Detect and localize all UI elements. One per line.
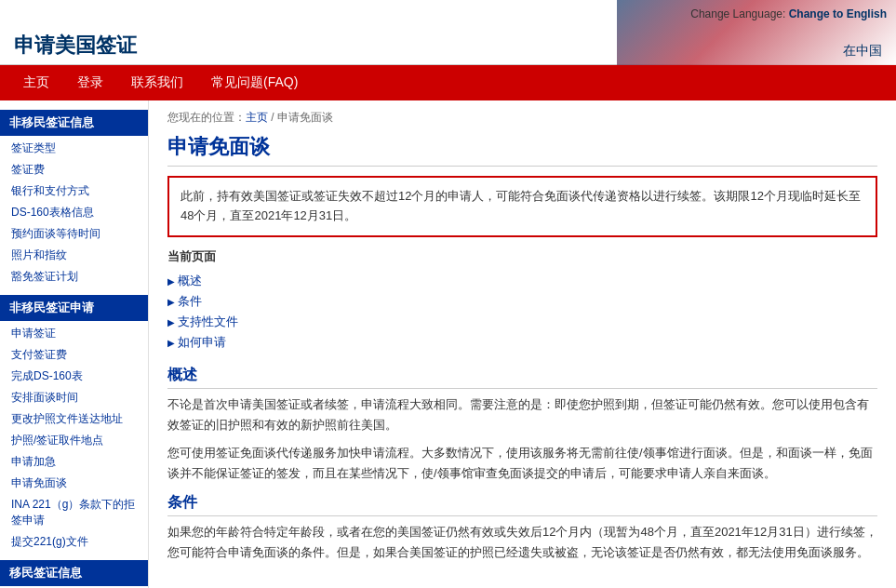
nav-login[interactable]: 登录 — [63, 65, 117, 100]
nav-faq[interactable]: 常见问题(FAQ) — [197, 65, 312, 100]
sidebar-link-pay-fee[interactable]: 支付签证费 — [0, 344, 148, 366]
sidebar-link-interview-waiver[interactable]: 申请免面谈 — [0, 473, 148, 494]
sidebar-link-submit-221g[interactable]: 提交221(g)文件 — [0, 531, 148, 553]
sidebar-link-wait-time[interactable]: 预约面谈等待时间 — [0, 223, 148, 245]
breadcrumb: 您现在的位置：主页 / 申请免面谈 — [167, 110, 877, 126]
nav-home[interactable]: 主页 — [9, 65, 63, 100]
nav-bar: 主页 登录 联系我们 常见问题(FAQ) — [0, 65, 896, 100]
sidebar-link-apply-visa[interactable]: 申请签证 — [0, 323, 148, 344]
conditions-para: 如果您的年龄符合特定年龄段，或者在您的美国签证仍然有效或失效后12个月内（现暂为… — [167, 522, 877, 563]
sidebar-link-ds160[interactable]: DS-160表格信息 — [0, 202, 148, 223]
sidebar-link-schedule-interview[interactable]: 安排面谈时间 — [0, 387, 148, 408]
sidebar-link-expedite[interactable]: 申请加急 — [0, 451, 148, 473]
sidebar: 非移民签证信息 签证类型 签证费 银行和支付方式 DS-160表格信息 预约面谈… — [0, 100, 149, 588]
overview-heading: 概述 — [167, 366, 877, 389]
sidebar-link-bank-payment[interactable]: 银行和支付方式 — [0, 180, 148, 202]
breadcrumb-home[interactable]: 主页 — [246, 111, 268, 124]
sidebar-section-immigrant-info: 移民签证信息 — [0, 560, 148, 586]
site-title: 申请美国签证 — [14, 32, 824, 60]
overview-para-1: 不论是首次申请美国签证或者续签，申请流程大致相同。需要注意的是：即使您护照到期，… — [167, 394, 877, 435]
sidebar-section-nonimmigrant-apply: 非移民签证申请 — [0, 295, 148, 321]
overview-para-2: 您可使用签证免面谈代传递服务加快申请流程。大多数情况下，使用该服务将无需前往使/… — [167, 443, 877, 484]
header: 申请美国签证 在中国 Change Language: Change to En… — [0, 0, 896, 65]
sidebar-link-221g[interactable]: INA 221（g）条款下的拒签申请 — [0, 494, 148, 531]
language-switcher: Change Language: Change to English — [690, 7, 887, 20]
sidebar-link-photo-fingerprint[interactable]: 照片和指纹 — [0, 245, 148, 266]
sidebar-link-visa-type[interactable]: 签证类型 — [0, 138, 148, 159]
main-content: 您现在的位置：主页 / 申请免面谈 申请免面谈 此前，持有效美国签证或签证失效不… — [149, 100, 896, 588]
toc-label: 当前页面 — [167, 248, 877, 265]
main-layout: 非移民签证信息 签证类型 签证费 银行和支付方式 DS-160表格信息 预约面谈… — [0, 100, 896, 588]
sidebar-link-complete-ds160[interactable]: 完成DS-160表 — [0, 366, 148, 387]
toc-item-how-to-apply[interactable]: 如何申请 — [167, 332, 877, 353]
sidebar-section-nonimmigrant-info: 非移民签证信息 — [0, 110, 148, 136]
sidebar-link-visa-waiver[interactable]: 豁免签证计划 — [0, 266, 148, 287]
sidebar-link-passport-pickup[interactable]: 护照/签证取件地点 — [0, 430, 148, 451]
nav-contact[interactable]: 联系我们 — [117, 65, 197, 100]
lang-change-label: Change Language: — [690, 7, 788, 20]
breadcrumb-current: 申请免面谈 — [277, 111, 333, 124]
conditions-heading: 条件 — [167, 493, 877, 516]
toc-item-conditions[interactable]: 条件 — [167, 291, 877, 312]
sidebar-link-visa-fee[interactable]: 签证费 — [0, 159, 148, 180]
toc-item-supporting-docs[interactable]: 支持性文件 — [167, 312, 877, 332]
lang-change-link[interactable]: Change to English — [789, 7, 887, 20]
site-subtitle: 在中国 — [843, 43, 882, 60]
alert-box: 此前，持有效美国签证或签证失效不超过12个月的申请人，可能符合免面谈代传递资格以… — [167, 176, 877, 237]
sidebar-link-change-address[interactable]: 更改护照文件送达地址 — [0, 408, 148, 430]
alert-text: 此前，持有效美国签证或签证失效不超过12个月的申请人，可能符合免面谈代传递资格以… — [181, 189, 861, 222]
toc-list: 概述 条件 支持性文件 如何申请 — [167, 271, 877, 353]
page-title: 申请免面谈 — [167, 133, 877, 167]
toc-item-overview[interactable]: 概述 — [167, 271, 877, 291]
